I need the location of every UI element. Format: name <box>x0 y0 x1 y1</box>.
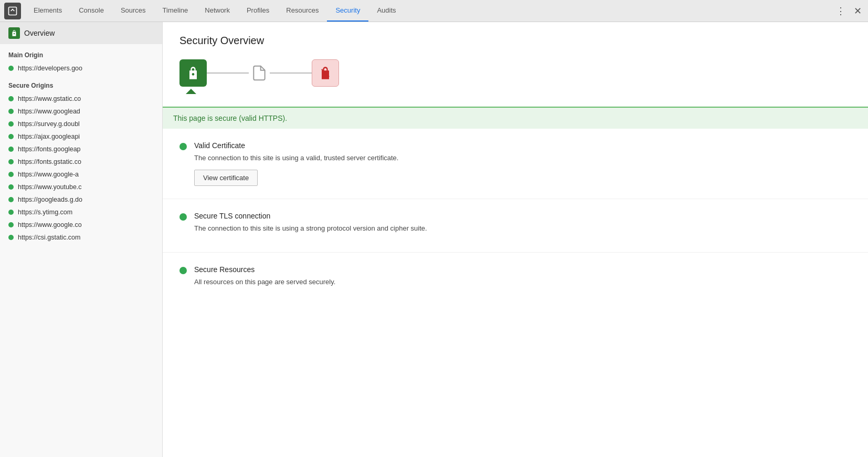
origin-status-dot <box>8 159 14 164</box>
tls-content: Secure TLS connection The connection to … <box>194 212 851 240</box>
page-title: Security Overview <box>179 35 851 47</box>
secure-origins-label: Secure Origins <box>0 75 162 92</box>
origin-url: https://fonts.googleap <box>18 146 81 153</box>
resources-status-dot <box>179 267 187 274</box>
tls-status-dot <box>179 213 187 221</box>
tab-timeline[interactable]: Timeline <box>154 0 197 22</box>
lock-green-icon <box>186 66 200 80</box>
list-item[interactable]: https://www.youtube.c <box>0 181 162 193</box>
tab-resources[interactable]: Resources <box>278 0 327 22</box>
origin-url: https://s.ytimg.com <box>18 209 72 216</box>
tab-network[interactable]: Network <box>196 0 238 22</box>
content-inner: Security Overview <box>163 22 868 107</box>
list-item[interactable]: https://www.googlead <box>0 105 162 118</box>
tab-sources[interactable]: Sources <box>112 0 154 22</box>
resources-section-row: Secure Resources All resources on this p… <box>179 265 851 294</box>
list-item[interactable]: https://fonts.googleap <box>0 143 162 155</box>
list-item[interactable]: https://s.ytimg.com <box>0 206 162 219</box>
main-layout: Overview Main Origin https://developers.… <box>0 22 868 457</box>
certificate-section: Valid Certificate The connection to this… <box>163 129 868 199</box>
arrow-row <box>179 87 851 94</box>
list-item[interactable]: https://fonts.gstatic.co <box>0 155 162 168</box>
origin-status-dot <box>8 222 14 227</box>
origin-url: https://www.gstatic.co <box>18 95 81 102</box>
tab-profiles[interactable]: Profiles <box>238 0 278 22</box>
lock-broken-icon <box>318 66 333 80</box>
list-item[interactable]: https://www.gstatic.co <box>0 92 162 105</box>
tab-console[interactable]: Console <box>70 0 112 22</box>
connection-line-1 <box>207 72 249 74</box>
origin-url: https://survey.g.doubl <box>18 120 80 128</box>
sidebar: Overview Main Origin https://developers.… <box>0 22 163 457</box>
certificate-status-dot <box>179 143 187 150</box>
tls-section-row: Secure TLS connection The connection to … <box>179 212 851 240</box>
tab-security[interactable]: Security <box>327 0 368 22</box>
sidebar-overview-item[interactable]: Overview <box>0 22 162 44</box>
overview-lock-icon <box>8 27 20 39</box>
tls-description: The connection to this site is using a s… <box>194 223 851 234</box>
origin-status-dot <box>8 184 14 190</box>
insecure-resource-icon <box>312 59 339 87</box>
svg-rect-0 <box>9 7 17 15</box>
list-item[interactable]: https://www.google-a <box>0 168 162 181</box>
lock-icon <box>10 29 18 37</box>
certificate-title: Valid Certificate <box>194 141 851 150</box>
security-diagram <box>179 59 851 94</box>
list-item[interactable]: https://googleads.g.do <box>0 193 162 206</box>
connection-line-2 <box>270 72 312 74</box>
toolbar-actions: ⋮ ✕ <box>834 3 864 19</box>
origin-status-dot <box>8 121 14 127</box>
page-icon <box>249 60 270 86</box>
origin-status-dot <box>8 109 14 114</box>
origin-status-dot <box>8 147 14 152</box>
tab-audits[interactable]: Audits <box>368 0 404 22</box>
origin-url: https://www.youtube.c <box>18 183 82 191</box>
tls-title: Secure TLS connection <box>194 212 851 220</box>
main-origin-url: https://developers.goo <box>18 65 82 72</box>
list-item[interactable]: https://survey.g.doubl <box>0 118 162 130</box>
certificate-section-row: Valid Certificate The connection to this… <box>179 141 851 186</box>
origin-status-dot <box>8 66 14 71</box>
origin-status-dot <box>8 210 14 215</box>
tab-elements[interactable]: Elements <box>25 0 70 22</box>
origin-url: https://csi.gstatic.com <box>18 234 80 241</box>
secure-connection-icon <box>179 59 207 87</box>
list-item[interactable]: https://csi.gstatic.com <box>0 231 162 244</box>
origin-status-dot <box>8 235 14 240</box>
origin-status-dot <box>8 172 14 177</box>
origin-url: https://googleads.g.do <box>18 196 82 203</box>
origin-status-dot <box>8 134 14 139</box>
view-certificate-button[interactable]: View certificate <box>194 170 258 186</box>
resources-content: Secure Resources All resources on this p… <box>194 265 851 294</box>
origin-url: https://fonts.gstatic.co <box>18 158 81 165</box>
resources-section: Secure Resources All resources on this p… <box>163 253 868 306</box>
status-banner: This page is secure (valid HTTPS). <box>163 107 868 129</box>
origin-url: https://www.googlead <box>18 108 80 115</box>
list-item[interactable]: https://www.google.co <box>0 219 162 231</box>
resources-description: All resources on this page are served se… <box>194 277 851 287</box>
logo-icon <box>7 6 18 16</box>
origin-status-dot <box>8 96 14 101</box>
main-origin-label: Main Origin <box>0 44 162 62</box>
devtools-toolbar: Elements Console Sources Timeline Networ… <box>0 0 868 22</box>
main-origin-item[interactable]: https://developers.goo <box>0 62 162 75</box>
diagram-icons-row <box>179 59 851 87</box>
list-item[interactable]: https://ajax.googleapi <box>0 130 162 143</box>
certificate-description: The connection to this site is using a v… <box>194 153 851 163</box>
origin-status-dot <box>8 197 14 202</box>
devtools-logo <box>4 3 21 19</box>
resources-title: Secure Resources <box>194 265 851 274</box>
origin-url: https://www.google-a <box>18 171 79 178</box>
tls-section: Secure TLS connection The connection to … <box>163 199 868 253</box>
document-icon <box>251 63 268 83</box>
content-area: Security Overview <box>163 22 868 457</box>
more-options-button[interactable]: ⋮ <box>834 3 848 19</box>
tab-list: Elements Console Sources Timeline Networ… <box>25 0 834 22</box>
status-banner-text: This page is secure (valid HTTPS). <box>173 114 287 122</box>
origin-url: https://www.google.co <box>18 221 82 228</box>
origin-url: https://ajax.googleapi <box>18 133 80 140</box>
selected-arrow <box>186 89 196 94</box>
certificate-content: Valid Certificate The connection to this… <box>194 141 851 186</box>
overview-label: Overview <box>24 29 55 37</box>
close-button[interactable]: ✕ <box>852 3 864 19</box>
